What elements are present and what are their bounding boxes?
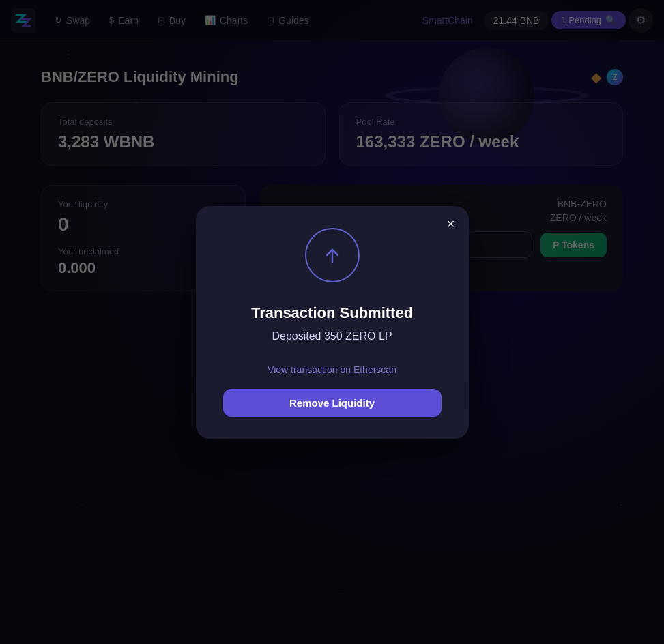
upload-arrow-icon (320, 243, 345, 267)
transaction-modal: × Transaction Submitted Deposited 350 ZE… (196, 206, 469, 439)
etherscan-link[interactable]: View transaction on Etherscan (223, 364, 442, 375)
modal-overlay[interactable]: × Transaction Submitted Deposited 350 ZE… (0, 0, 664, 644)
remove-liquidity-button[interactable]: Remove Liquidity (223, 389, 442, 417)
submit-icon-circle (305, 228, 360, 282)
modal-subtitle: Deposited 350 ZERO LP (223, 330, 442, 342)
close-button[interactable]: × (447, 217, 455, 231)
modal-title: Transaction Submitted (223, 304, 442, 322)
